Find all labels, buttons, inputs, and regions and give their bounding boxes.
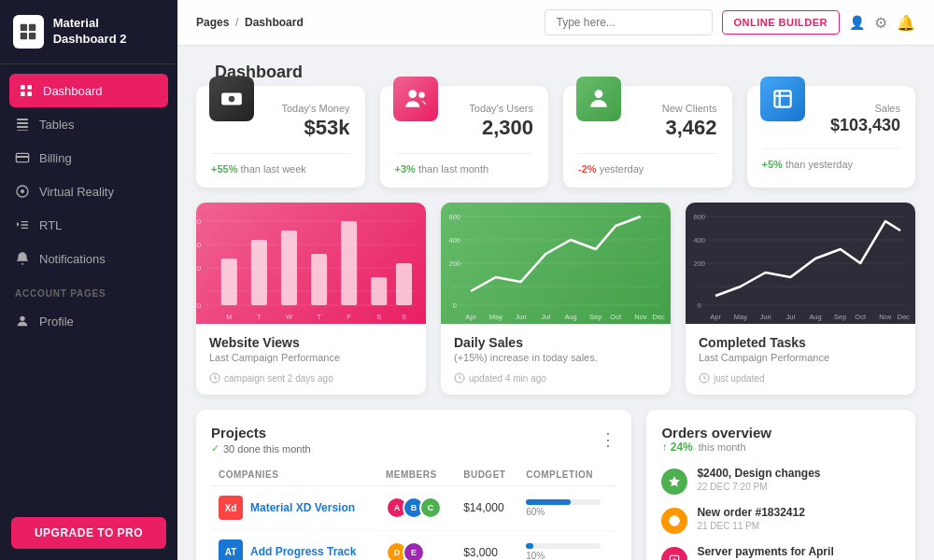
svg-text:Apr: Apr — [465, 313, 476, 321]
svg-rect-9 — [17, 122, 28, 124]
bottom-row: Projects ✓ 30 done this month ⋮ COMPANIE… — [196, 410, 915, 560]
svg-text:400: 400 — [449, 236, 460, 245]
stat-card-money: Today's Money $53k +55% than last week — [196, 86, 365, 188]
table-row: Xd Material XD Version A B C $14,000 — [211, 486, 616, 531]
svg-rect-0 — [21, 24, 27, 31]
project-name-at[interactable]: Add Progress Track — [250, 545, 356, 558]
stat-card-users: Today's Users 2,300 +3% than last month — [380, 86, 549, 188]
svg-point-20 — [418, 91, 425, 98]
order-text-1: New order #1832412 21 DEC 11 PM — [697, 506, 804, 531]
table-row: AT Add Progress Track D E $3,000 — [211, 530, 616, 560]
order-icon-pink — [661, 547, 687, 560]
order-icon-green — [661, 469, 687, 495]
svg-text:200: 200 — [449, 259, 460, 268]
orders-card: Orders overview ↑ 24% this month $2400, … — [646, 410, 915, 560]
three-dots-menu[interactable]: ⋮ — [600, 429, 616, 450]
col-companies: COMPANIES — [211, 464, 378, 486]
svg-rect-34 — [281, 231, 297, 305]
svg-rect-3 — [29, 33, 35, 39]
search-input[interactable] — [545, 9, 713, 35]
svg-point-18 — [229, 96, 235, 103]
svg-rect-5 — [27, 85, 32, 90]
breadcrumb-current: Dashboard — [245, 16, 304, 29]
orders-stat: ↑ 24% this month — [661, 441, 900, 454]
col-completion: COMPLETION — [518, 464, 616, 486]
check-icon: ✓ — [211, 442, 219, 455]
svg-rect-11 — [17, 130, 28, 131]
svg-text:400: 400 — [694, 236, 705, 245]
order-title-2: Server payments for April — [697, 545, 833, 558]
svg-text:Oct: Oct — [610, 313, 621, 321]
sidebar-item-notifications[interactable]: Notifications — [0, 242, 177, 275]
budget-xd: $14,000 — [456, 486, 518, 531]
project-name-xd[interactable]: Material XD Version — [250, 501, 355, 514]
stat-card-clients: New Clients 3,462 -2% yesterday — [563, 86, 732, 188]
project-row-at: AT Add Progress Track — [211, 530, 378, 560]
chart-info-daily-sales: Daily Sales (+15%) increase in today sal… — [441, 324, 671, 395]
user-icon[interactable]: 👤 — [849, 15, 865, 30]
stats-row: Today's Money $53k +55% than last week T… — [196, 86, 915, 188]
money-icon — [209, 77, 254, 121]
sidebar-nav: Dashboard Tables Billing Virtual Reality… — [0, 64, 177, 506]
online-builder-button[interactable]: ONLINE BUILDER — [722, 10, 841, 35]
avatar-group-at: D E — [386, 541, 448, 561]
projects-subtitle-text: 30 done this month — [223, 443, 311, 455]
svg-rect-22 — [774, 91, 790, 106]
sidebar-item-vr[interactable]: Virtual Reality — [0, 175, 177, 208]
sidebar-item-profile-label: Profile — [39, 315, 74, 329]
members-at: D E — [378, 530, 456, 560]
topbar: Pages / Dashboard ONLINE BUILDER 👤 ⚙ 🔔 — [177, 0, 934, 46]
settings-icon[interactable]: ⚙ — [874, 14, 887, 32]
project-row-xd: Xd Material XD Version — [211, 486, 378, 530]
sidebar-item-profile[interactable]: Profile — [0, 304, 177, 338]
svg-point-19 — [408, 90, 417, 98]
svg-text:200: 200 — [694, 259, 705, 268]
svg-text:Jun: Jun — [516, 313, 527, 321]
svg-text:May: May — [734, 313, 748, 321]
chart-subtitle-completed-tasks: Last Campaign Performance — [699, 352, 902, 363]
svg-text:T: T — [257, 313, 262, 321]
order-item-1: New order #1832412 21 DEC 11 PM — [661, 506, 900, 534]
sales-icon — [760, 77, 805, 121]
completion-xd: 60% — [518, 486, 616, 531]
chart-footer-daily-sales: updated 4 min ago — [454, 372, 658, 384]
users-icon — [393, 77, 438, 121]
stat-change-pos-money: +55% — [211, 163, 237, 175]
chart-info-completed-tasks: Completed Tasks Last Campaign Performanc… — [686, 324, 915, 395]
page-title: Dashboard — [196, 55, 915, 86]
progress-bar-wrap-at — [526, 543, 601, 549]
dashboard-content: Dashboard Today's Money $53k +55% than l… — [177, 46, 934, 560]
svg-rect-2 — [21, 33, 27, 39]
sidebar-item-dashboard[interactable]: Dashboard — [9, 74, 168, 107]
sidebar-item-tables-label: Tables — [39, 118, 75, 132]
sidebar-item-tables[interactable]: Tables — [0, 107, 177, 141]
svg-text:Oct: Oct — [855, 313, 866, 321]
chart-info-website-views: Website Views Last Campaign Performance … — [196, 324, 426, 395]
projects-card-header: Projects ✓ 30 done this month ⋮ — [211, 425, 616, 455]
svg-text:Nov: Nov — [634, 313, 647, 321]
completion-at: 10% — [518, 530, 616, 560]
stat-change-money: +55% than last week — [211, 153, 350, 175]
svg-rect-4 — [21, 85, 25, 90]
sidebar-item-rtl[interactable]: RTL — [0, 208, 177, 242]
svg-rect-10 — [17, 126, 28, 128]
chart-title-daily-sales: Daily Sales — [454, 335, 658, 350]
notifications-icon[interactable]: 🔔 — [897, 14, 915, 32]
svg-text:600: 600 — [694, 213, 705, 221]
svg-text:0: 0 — [453, 301, 457, 310]
svg-rect-32 — [221, 259, 237, 305]
chart-subtitle-daily-sales: (+15%) increase in today sales. — [454, 352, 658, 363]
svg-line-69 — [460, 378, 461, 379]
orders-trend: ↑ 24% — [661, 441, 692, 454]
svg-text:S: S — [376, 313, 381, 321]
chart-subtitle-website-views: Last Campaign Performance — [209, 352, 413, 363]
sidebar-item-billing[interactable]: Billing — [0, 141, 177, 175]
chart-area-daily-sales: 600 400 200 0 Apr May Jun Jul Aug Sep Oc… — [441, 203, 671, 324]
svg-text:S: S — [402, 313, 406, 321]
upgrade-button[interactable]: UPGRADE TO PRO — [11, 517, 166, 549]
chart-card-daily-sales: 600 400 200 0 Apr May Jun Jul Aug Sep Oc… — [441, 203, 671, 395]
clients-icon — [576, 77, 621, 121]
svg-text:F: F — [347, 313, 351, 321]
svg-text:Dec: Dec — [898, 313, 911, 321]
svg-text:Jun: Jun — [760, 313, 771, 321]
